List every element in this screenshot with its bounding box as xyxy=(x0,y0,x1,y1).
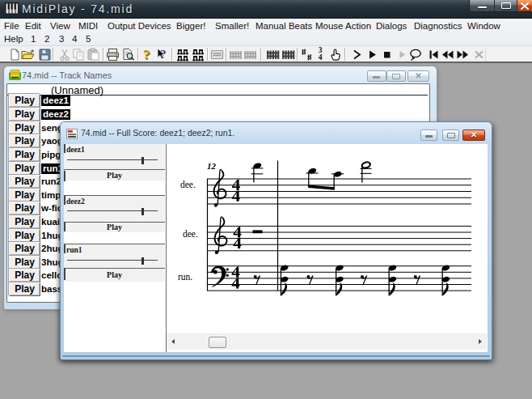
svg-text:12: 12 xyxy=(207,161,217,171)
svg-text:dee.: dee. xyxy=(183,229,198,239)
svg-text:run.: run. xyxy=(178,272,192,282)
svg-text:dee.: dee. xyxy=(180,180,196,189)
